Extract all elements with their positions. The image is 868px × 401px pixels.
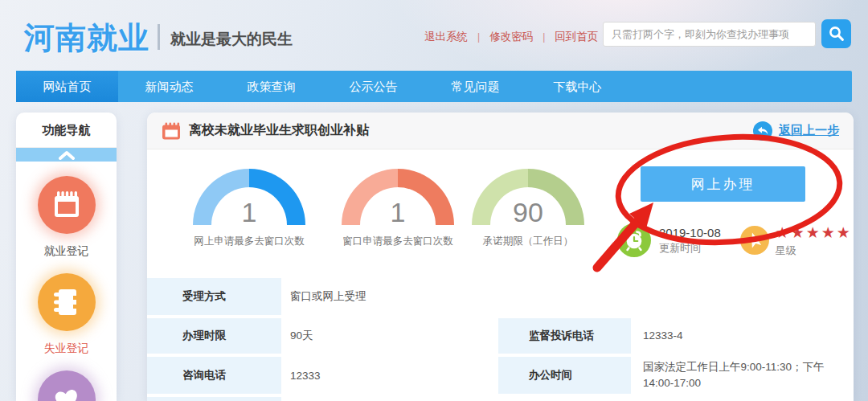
updated-label: 更新时间 bbox=[659, 241, 721, 256]
table-label-cell bbox=[147, 397, 281, 401]
header-links: 退出系统 修改密码 回到首页 bbox=[424, 30, 598, 44]
nav-item-policy[interactable]: 政策查询 bbox=[220, 71, 322, 102]
nav-item-downloads[interactable]: 下载中心 bbox=[526, 71, 628, 102]
site-tagline: 就业是最大的民生 bbox=[170, 29, 293, 50]
gauge-arc: 1 bbox=[342, 169, 454, 225]
calendar-icon bbox=[162, 122, 181, 140]
gauge-window-visits: 1 窗口申请最多去窗口次数 bbox=[330, 169, 466, 248]
rating-label: 星级 bbox=[776, 244, 852, 257]
table-label-cell: 受理方式 bbox=[147, 278, 281, 315]
table-row: 咨询电话 12333 办公时间 国家法定工作日上午9:00-11:30；下午 1… bbox=[147, 357, 854, 394]
table-label-cell: 办公时间 bbox=[498, 357, 631, 394]
search-input[interactable] bbox=[603, 22, 816, 47]
gauge-value: 1 bbox=[342, 197, 454, 228]
gauge-label: 网上申请最多去窗口次数 bbox=[181, 235, 317, 248]
table-value-cell: 12333 bbox=[281, 357, 498, 394]
table-row-partial bbox=[147, 397, 854, 401]
sidebar-item-third[interactable] bbox=[16, 370, 117, 401]
table-label-cell: 办理时限 bbox=[147, 318, 281, 354]
sidebar-item-label: 失业登记 bbox=[16, 342, 117, 356]
nav-item-home[interactable]: 网站首页 bbox=[16, 71, 118, 102]
sidebar-title: 功能导航 bbox=[16, 113, 117, 148]
sidebar-item-employment-registration[interactable]: 就业登记 bbox=[16, 176, 117, 259]
star-badge-icon bbox=[740, 226, 769, 255]
rating-stars: ★★★★★ bbox=[776, 224, 852, 243]
heart-icon bbox=[38, 370, 96, 401]
nav-item-faq[interactable]: 常见问题 bbox=[424, 71, 526, 102]
back-to-home-link[interactable]: 回到首页 bbox=[533, 30, 598, 44]
gauge-promise-days: 90 承诺期限（工作日） bbox=[460, 169, 596, 248]
table-row: 受理方式 窗口或网上受理 bbox=[147, 278, 854, 315]
change-password-link[interactable]: 修改密码 bbox=[468, 30, 533, 44]
back-to-previous-link[interactable]: 返回上一步 bbox=[753, 121, 839, 141]
notebook-icon bbox=[38, 273, 96, 331]
return-arrow-icon bbox=[753, 121, 772, 141]
table-label-cell: 咨询电话 bbox=[147, 357, 281, 394]
calendar-icon bbox=[38, 176, 96, 234]
gauge-value: 1 bbox=[193, 197, 305, 228]
table-value-cell: 窗口或网上受理 bbox=[281, 278, 854, 315]
table-value-cell bbox=[281, 397, 854, 401]
gauge-arc: 1 bbox=[193, 169, 305, 225]
table-value-cell: 90天 bbox=[281, 318, 498, 354]
sidebar-item-unemployment-registration[interactable]: 失业登记 bbox=[16, 273, 117, 356]
alarm-clock-icon bbox=[617, 223, 651, 257]
table-label-cell: 监督投诉电话 bbox=[498, 318, 631, 354]
page-title: 离校未就业毕业生求职创业补贴 bbox=[189, 122, 753, 139]
online-apply-button[interactable]: 网上办理 bbox=[641, 166, 805, 202]
gauge-online-visits: 1 网上申请最多去窗口次数 bbox=[181, 169, 317, 248]
table-value-cell: 12333-4 bbox=[631, 318, 854, 354]
site-header: 河南就业 就业是最大的民生 退出系统 修改密码 回到首页 bbox=[0, 0, 868, 71]
main-nav: 网站首页 新闻动态 政策查询 公示公告 常见问题 下载中心 bbox=[16, 71, 852, 102]
logout-link[interactable]: 退出系统 bbox=[424, 30, 468, 44]
gauge-label: 承诺期限（工作日） bbox=[460, 235, 596, 248]
gauge-label: 窗口申请最多去窗口次数 bbox=[330, 235, 466, 248]
gauge-value: 90 bbox=[472, 197, 584, 228]
service-detail-card: 离校未就业毕业生求职创业补贴 返回上一步 1 网上申请最多去窗口次数 1 窗口申… bbox=[147, 113, 854, 401]
search-button[interactable] bbox=[821, 19, 851, 48]
nav-item-notices[interactable]: 公示公告 bbox=[322, 71, 424, 102]
back-link-label: 返回上一步 bbox=[779, 123, 839, 138]
updated-date: 2019-10-08 bbox=[659, 224, 721, 242]
sidebar-function-nav: 功能导航 就业登记 bbox=[16, 113, 117, 401]
sidebar-collapse-button[interactable] bbox=[16, 148, 117, 162]
sidebar-item-label: 就业登记 bbox=[16, 244, 117, 259]
site-logo: 河南就业 bbox=[24, 18, 149, 59]
search-icon bbox=[828, 25, 845, 43]
card-header: 离校未就业毕业生求职创业补贴 返回上一步 bbox=[147, 113, 854, 149]
logo-divider bbox=[158, 24, 160, 50]
meta-info-row: 2019-10-08 更新时间 ★★★★★ 星级 bbox=[617, 223, 852, 257]
gauge-arc: 90 bbox=[472, 169, 584, 225]
table-row: 办理时限 90天 监督投诉电话 12333-4 bbox=[147, 318, 854, 354]
service-detail-table: 受理方式 窗口或网上受理 办理时限 90天 监督投诉电话 12333-4 咨询电… bbox=[147, 278, 854, 401]
table-value-cell: 国家法定工作日上午9:00-11:30；下午 14:00-17:00 bbox=[631, 357, 854, 394]
chevron-up-icon bbox=[56, 150, 77, 160]
nav-item-news[interactable]: 新闻动态 bbox=[118, 71, 220, 102]
